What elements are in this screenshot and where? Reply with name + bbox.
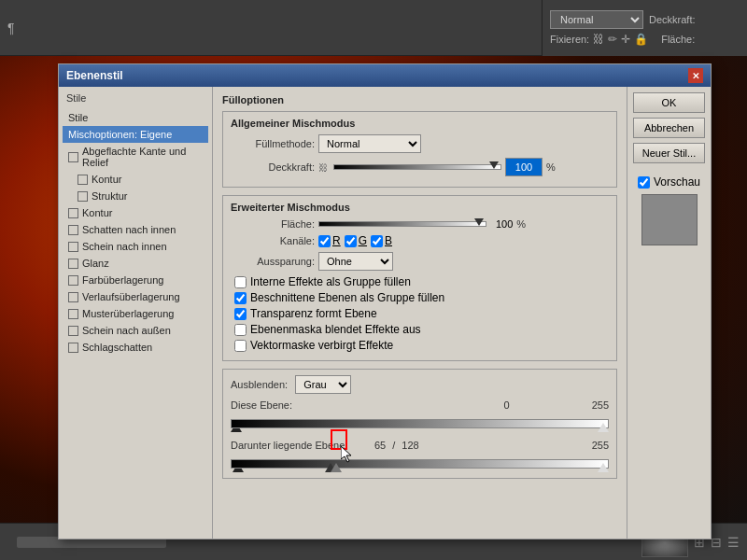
stile-label: Stile [68, 112, 88, 123]
area-pct: % [516, 218, 526, 230]
kontur-label: Kontur [82, 207, 112, 218]
fix-label: Fixieren: [550, 34, 589, 45]
channel-g-group: G [345, 234, 367, 247]
style-item-mischoptionen[interactable]: Mischoptionen: Eigene [63, 126, 208, 143]
blend-mode-row: Normal Deckkraft: [550, 10, 740, 29]
ok-button[interactable]: OK [633, 92, 705, 113]
glanz-label: Glanz [82, 258, 109, 269]
check3-label: Transparenz formt Ebene [250, 307, 377, 320]
style-item-schein-aussen[interactable]: Schein nach außen [63, 322, 208, 339]
channel-b-checkbox[interactable] [371, 235, 383, 247]
main-content-panel: Fülloptionen Allgemeiner Mischmodus Füll… [213, 87, 627, 539]
style-item-stile[interactable]: Stile [63, 109, 208, 126]
schlagschatten-checkbox[interactable] [68, 343, 78, 353]
verlauf-label: Verlaufsüberlagerung [82, 291, 180, 302]
top-bar-controls: Normal Deckkraft: Fixieren: ⛓ ✏ ✛ 🔒 Fläc… [542, 0, 747, 56]
channel-g-checkbox[interactable] [345, 235, 357, 247]
schein-innen-label: Schein nach innen [82, 241, 167, 252]
check3-row: Transparenz formt Ebene [231, 307, 609, 320]
check2-row: Beschnittene Ebenen als Gruppe füllen [231, 291, 609, 304]
this-layer-slider-wrapper [231, 415, 609, 432]
blend-mode-select[interactable]: Normal [550, 10, 643, 29]
this-layer-thumb-right[interactable] [598, 423, 609, 432]
struktur-checkbox[interactable] [78, 191, 88, 202]
channel-b-group: B [371, 234, 392, 247]
preview-box [641, 194, 698, 245]
opacity-chain-icon: ⛓ [318, 162, 328, 173]
kontur-sub-checkbox[interactable] [78, 175, 88, 185]
top-toolbar: ¶ Normal Deckkraft: Fixieren: ⛓ ✏ ✛ 🔒 Fl… [0, 0, 747, 56]
schatten-innen-checkbox[interactable] [68, 225, 78, 235]
schein-aussen-checkbox[interactable] [68, 326, 78, 336]
channel-r-group: R [318, 234, 341, 247]
cancel-button[interactable]: Abbrechen [633, 118, 705, 138]
opacity-row-general: Deckkraft: ⛓ % [231, 158, 609, 176]
style-item-muster[interactable]: Musterüberlagerung [63, 305, 208, 322]
kante-checkbox[interactable] [68, 152, 78, 162]
style-item-schlagschatten[interactable]: Schlagschatten [63, 339, 208, 356]
ausblenden-control-row: Ausblenden: Grau [231, 375, 609, 394]
area-row: Fläche: 100 % [231, 218, 609, 230]
style-item-farbe[interactable]: Farbüberlagerung [63, 272, 208, 288]
check1-label: Interne Effekte als Gruppe füllen [250, 275, 411, 288]
opacity-thumb[interactable] [489, 161, 499, 169]
ausblenden-label: Ausblenden: [231, 379, 288, 390]
cutout-select[interactable]: Ohne [318, 252, 393, 271]
preview-area: Vorschau [633, 175, 705, 245]
below-sep: / [392, 440, 395, 451]
check3-box[interactable] [234, 308, 247, 320]
style-item-kontur-sub[interactable]: Kontur [63, 171, 208, 188]
ausblenden-select[interactable]: Grau [295, 375, 351, 394]
move-icon: ✛ [621, 33, 630, 46]
method-label: Füllmethode: [231, 138, 315, 149]
glanz-checkbox[interactable] [68, 259, 78, 269]
muster-checkbox[interactable] [68, 309, 78, 319]
area-thumb[interactable] [474, 218, 484, 226]
method-row: Füllmethode: Normal [231, 134, 609, 153]
schatten-innen-label: Schatten nach innen [82, 224, 176, 235]
channel-r-checkbox[interactable] [318, 235, 331, 247]
schein-innen-checkbox[interactable] [68, 242, 78, 252]
below-layer-track[interactable] [231, 459, 609, 469]
below-thumb-split-right[interactable] [331, 463, 342, 472]
this-layer-track[interactable] [231, 419, 609, 428]
close-button[interactable]: ✕ [688, 68, 703, 83]
style-item-glanz[interactable]: Glanz [63, 255, 208, 272]
check5-label: Vektormaske verbirgt Effekte [250, 339, 393, 352]
below-layer-section: Darunter liegende Ebene: 65 / 128 255 [231, 440, 609, 472]
style-item-struktur[interactable]: Struktur [63, 188, 208, 204]
area-slider[interactable] [318, 221, 486, 227]
preview-checkbox[interactable] [638, 176, 650, 189]
preview-label: Vorschau [654, 175, 700, 189]
check5-box[interactable] [234, 340, 247, 352]
opacity-label-general: Deckkraft: [231, 161, 315, 173]
layer-style-dialog: Ebenenstil ✕ Stile Stile Mischoptionen: … [58, 63, 712, 539]
check2-box[interactable] [234, 292, 247, 304]
opacity-input[interactable] [505, 158, 543, 176]
channel-r-label: R [332, 234, 341, 247]
bottom-icon-3: ☰ [727, 535, 740, 550]
style-item-schein-innen[interactable]: Schein nach innen [63, 238, 208, 255]
cutout-row: Aussparung: Ohne [231, 252, 609, 271]
style-item-kante[interactable]: Abgeflachte Kante und Relief [63, 143, 208, 171]
verlauf-checkbox[interactable] [68, 292, 78, 302]
check1-row: Interne Effekte als Gruppe füllen [231, 275, 609, 288]
farbe-checkbox[interactable] [68, 275, 78, 286]
below-layer-label: Darunter liegende Ebene: [231, 440, 371, 451]
dialog-titlebar: Ebenenstil ✕ [59, 64, 711, 87]
style-item-kontur[interactable]: Kontur [63, 204, 208, 221]
schein-aussen-label: Schein nach außen [82, 325, 171, 336]
style-item-schatten-innen[interactable]: Schatten nach innen [63, 221, 208, 238]
below-layer-slider-wrapper [231, 455, 609, 472]
kante-label: Abgeflachte Kante und Relief [82, 146, 203, 168]
check4-box[interactable] [234, 324, 247, 336]
below-val1: 65 [374, 440, 386, 451]
method-select[interactable]: Normal [318, 134, 421, 153]
cutout-label: Aussparung: [231, 256, 315, 267]
style-item-verlauf[interactable]: Verlaufsüberlagerung [63, 288, 208, 305]
opacity-slider[interactable] [333, 164, 501, 170]
new-style-button[interactable]: Neuer Stil... [633, 143, 705, 163]
kontur-checkbox[interactable] [68, 208, 78, 218]
check1-box[interactable] [234, 276, 247, 288]
below-thumb-white[interactable] [598, 463, 609, 472]
